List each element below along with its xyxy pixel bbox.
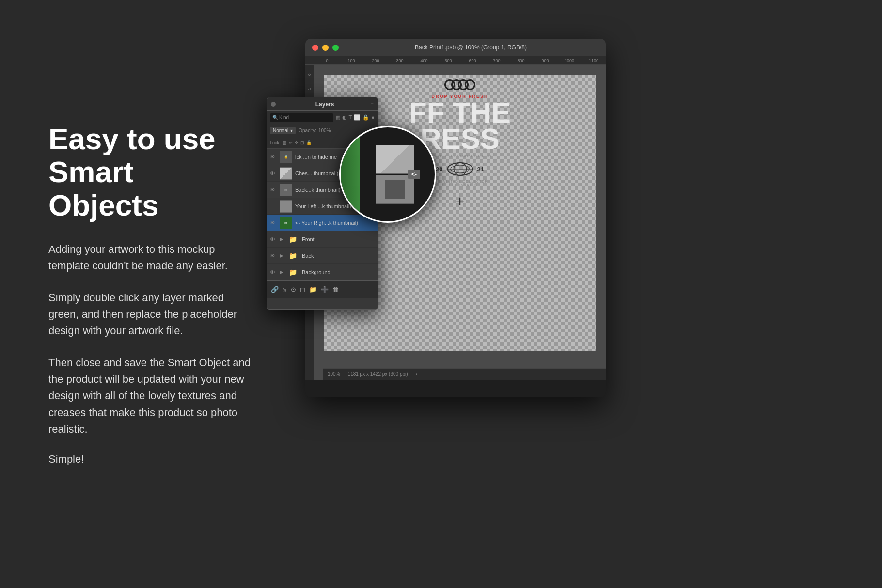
layer-thumbnail: ▤ — [280, 217, 292, 229]
layers-close-button[interactable] — [271, 102, 276, 107]
group-button[interactable]: 📁 — [309, 286, 317, 293]
layers-panel-header: Layers ≡ — [267, 97, 378, 111]
lock-all-icon[interactable]: 🔒 — [306, 140, 312, 145]
eye-icon[interactable]: 👁 — [270, 269, 277, 275]
layer-group-back[interactable]: 👁 ▶ 📁 Back — [267, 248, 378, 264]
layer-group-thumbnail: 📁 — [286, 266, 299, 279]
ruler-mark: 600 — [460, 58, 485, 63]
layers-panel-title: Layers — [279, 101, 371, 108]
paragraph-1: Adding your artwork to this mockup templ… — [48, 241, 252, 274]
layer-group-background[interactable]: 👁 ▶ 📁 Background — [267, 264, 378, 280]
year-right: 21 — [477, 166, 484, 173]
group-expand-icon[interactable]: ▶ — [280, 253, 284, 258]
layer-thumbnail — [280, 167, 292, 180]
eye-icon[interactable]: 👁 — [270, 253, 277, 259]
group-expand-icon[interactable]: ▶ — [280, 236, 284, 242]
kind-label: Kind — [279, 115, 289, 120]
headline: Easy to use Smart Objects — [48, 123, 252, 222]
lock-brush-icon[interactable]: ✏ — [289, 140, 293, 145]
year-left: 20 — [436, 166, 442, 173]
opacity-value[interactable]: 100% — [318, 128, 331, 133]
group-layer-name: Front — [302, 236, 375, 242]
thumb-inner — [385, 180, 405, 199]
opacity-row: Opacity: 100% — [299, 128, 331, 133]
layers-search-row: 🔍 Kind ▨ ◐ T ⬜ 🔒 ● — [267, 111, 378, 124]
blend-mode-chevron: ▾ — [290, 128, 293, 133]
layer-thumbnail: 🔒 — [280, 151, 292, 163]
smart-filter-icon[interactable]: 🔒 — [362, 114, 369, 121]
arrow-badge: <- — [408, 170, 420, 179]
studio-text: STUDIO INNATE® — [442, 183, 478, 186]
lock-label: Lock: — [270, 140, 281, 145]
lock-transparent-icon[interactable]: ▨ — [283, 140, 287, 145]
ruler-numbers: 0 100 200 300 400 500 600 700 800 900 10… — [305, 58, 606, 63]
smart-object-label: N INTO THIS SMART OBJECT — [427, 154, 493, 158]
simple-text: Simple! — [48, 453, 252, 465]
eye-icon[interactable]: 👁 — [270, 154, 277, 160]
group-layer-name: Background — [302, 269, 375, 275]
group-expand-icon[interactable]: ▶ — [280, 269, 284, 275]
delete-layer-button[interactable]: 🗑 — [332, 286, 339, 293]
right-panel: Back Print1.psb @ 100% (Group 1, RGB/8) … — [281, 0, 882, 588]
adjustment-button[interactable]: ⊙ — [291, 286, 296, 293]
layer-thumbnail: ▤ — [280, 184, 292, 196]
ps-titlebar: Back Print1.psb @ 100% (Group 1, RGB/8) — [305, 39, 606, 56]
minimize-button[interactable] — [322, 45, 329, 51]
paragraph-2: Simply double click any layer marked gre… — [48, 290, 252, 339]
eye-icon[interactable]: 👁 — [270, 187, 277, 193]
layer-group-front[interactable]: 👁 ▶ 📁 Front — [267, 231, 378, 248]
green-strip — [341, 127, 360, 221]
layers-search-bar[interactable]: 🔍 Kind — [270, 113, 333, 122]
ruler-mark: 0 — [315, 58, 339, 63]
ruler-v-1: 1 — [305, 82, 314, 96]
lock-artboard-icon[interactable]: ⊡ — [300, 140, 304, 145]
layer-group-thumbnail: 📁 — [286, 249, 299, 262]
left-panel: Easy to use Smart Objects Adding your ar… — [0, 84, 281, 504]
layer-thumbnail — [280, 200, 292, 213]
globe-row: 20 21 — [436, 161, 484, 177]
shape-filter-icon[interactable]: ⬜ — [354, 114, 361, 121]
adjust-filter-icon[interactable]: ◐ — [342, 114, 347, 121]
eye-icon[interactable]: 👁 — [270, 236, 277, 242]
ruler-mark: 300 — [388, 58, 412, 63]
ruler-mark: 1000 — [557, 58, 582, 63]
pixel-filter-icon[interactable]: ▨ — [335, 114, 340, 121]
layers-toolbar: 🔗 fx ⊙ ◻ 📁 ➕ 🗑 — [267, 280, 378, 298]
ruler-v-0: 0 — [305, 67, 314, 82]
blend-mode-value: Normal — [273, 128, 288, 133]
layers-menu-icon[interactable]: ≡ — [371, 101, 374, 107]
ruler-mark: 700 — [485, 58, 509, 63]
zoom-content: <- — [341, 127, 435, 221]
ps-statusbar: 100% 1181 px x 1422 px (300 ppi) › — [323, 368, 606, 380]
ruler-mark: 100 — [339, 58, 363, 63]
blend-mode-select[interactable]: Normal ▾ — [270, 127, 296, 134]
lock-move-icon[interactable]: ✛ — [295, 140, 299, 145]
free-vintage: REE! VINTAGE COLLECTOR — [432, 180, 488, 183]
ruler-mark: 200 — [363, 58, 388, 63]
text-filter-icon[interactable]: T — [349, 114, 352, 121]
magnified-thumb-bottom — [376, 175, 414, 204]
crosshair-icon: + — [456, 192, 465, 210]
paragraph-3: Then close and save the Smart Object and… — [48, 355, 252, 437]
filter-icons: ▨ ◐ T ⬜ 🔒 ● — [335, 114, 375, 121]
opacity-label: Opacity: — [299, 128, 316, 133]
zoom-magnifier: <- — [339, 126, 436, 223]
big-text-line1: FF THE — [409, 100, 511, 126]
mask-button[interactable]: ◻ — [300, 286, 305, 293]
toggle-filter-icon[interactable]: ● — [371, 114, 375, 121]
ruler-mark: 900 — [533, 58, 557, 63]
eye-icon[interactable]: 👁 — [270, 170, 277, 176]
group-layer-name: Back — [302, 253, 375, 259]
fullscreen-button[interactable] — [332, 45, 339, 51]
arrow-indicator: › — [416, 371, 417, 377]
fx-button[interactable]: fx — [283, 287, 287, 293]
close-button[interactable] — [312, 45, 318, 51]
eye-icon[interactable]: 👁 — [270, 220, 277, 226]
ruler-mark: 800 — [509, 58, 533, 63]
link-button[interactable]: 🔗 — [271, 286, 279, 293]
logo-rings — [444, 79, 475, 90]
new-layer-button[interactable]: ➕ — [321, 286, 329, 293]
search-icon: 🔍 — [272, 115, 278, 120]
layer-group-thumbnail: 📁 — [286, 233, 299, 246]
ps-window-title: Back Print1.psb @ 100% (Group 1, RGB/8) — [343, 44, 599, 51]
